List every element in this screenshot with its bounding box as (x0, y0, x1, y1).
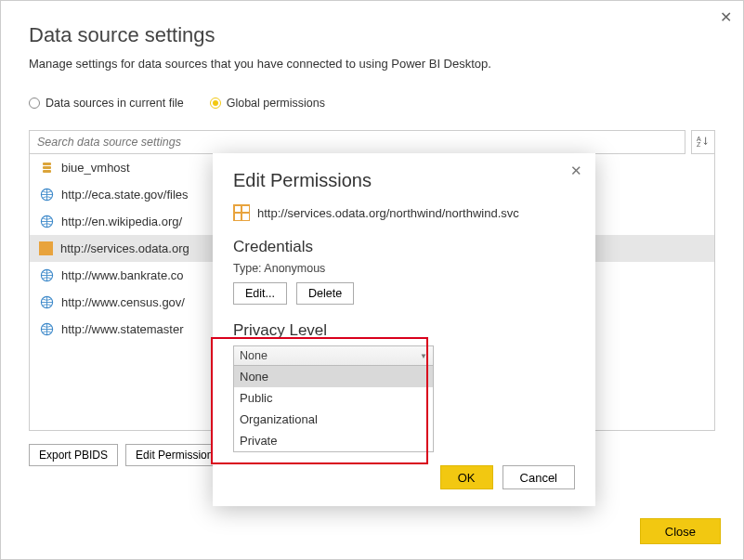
privacy-option-private[interactable]: Private (234, 430, 433, 451)
credentials-edit-button[interactable]: Edit... (233, 282, 287, 305)
privacy-option-public[interactable]: Public (234, 387, 433, 409)
radio-current-file[interactable]: Data sources in current file (29, 97, 184, 110)
modal-ok-button[interactable]: OK (440, 465, 493, 489)
globe-icon (39, 295, 54, 310)
credentials-delete-button[interactable]: Delete (296, 282, 354, 305)
database-icon (39, 161, 54, 176)
odata-icon (233, 204, 250, 221)
privacy-level-selected: None (240, 349, 268, 362)
sort-button[interactable]: AZ (691, 130, 715, 154)
odata-icon (39, 241, 53, 255)
list-item-label: http://services.odata.org (60, 241, 189, 255)
globe-icon (39, 322, 54, 337)
list-item-label: http://www.census.gov/ (61, 295, 185, 309)
list-item-label: http://en.wikipedia.org/ (61, 215, 182, 228)
search-input[interactable] (29, 130, 685, 154)
globe-icon (39, 188, 54, 202)
close-button[interactable]: Close (640, 518, 721, 544)
radio-dot-unselected (29, 98, 40, 109)
modal-source-url: http://services.odata.org/northwind/nort… (257, 206, 519, 220)
privacy-level-dropdown: None Public Organizational Private (233, 366, 434, 452)
privacy-option-none[interactable]: None (234, 366, 433, 387)
privacy-option-organizational[interactable]: Organizational (234, 409, 433, 430)
privacy-level-combo[interactable]: None ▼ (233, 345, 434, 366)
list-item-label: http://eca.state.gov/files (61, 188, 189, 202)
privacy-level-heading: Privacy Level (233, 321, 575, 340)
modal-title: Edit Permissions (233, 170, 575, 191)
modal-cancel-button[interactable]: Cancel (503, 465, 575, 489)
radio-global-label: Global permissions (227, 97, 325, 110)
list-item-label: http://www.bankrate.co (61, 268, 184, 282)
credentials-heading: Credentials (233, 238, 575, 256)
radio-dot-selected (210, 98, 221, 109)
radio-global-permissions[interactable]: Global permissions (210, 97, 325, 110)
window-close-icon[interactable]: ✕ (720, 8, 732, 26)
export-pbids-button[interactable]: Export PBIDS (29, 444, 118, 466)
modal-close-icon[interactable]: ✕ (570, 163, 582, 179)
credentials-type: Type: Anonymous (233, 262, 575, 275)
list-item-label: biue_vmhost (61, 161, 130, 175)
globe-icon (39, 215, 54, 229)
dialog-footer: Close (640, 518, 721, 544)
radio-current-file-label: Data sources in current file (46, 97, 184, 110)
list-item-label: http://www.statemaster (61, 322, 184, 336)
globe-icon (39, 268, 54, 283)
scope-radio-group: Data sources in current file Global perm… (29, 97, 715, 110)
chevron-down-icon: ▼ (420, 352, 427, 360)
sort-icon: AZ (697, 135, 710, 150)
dialog-title: Data source settings (29, 23, 715, 47)
modal-source-row: http://services.odata.org/northwind/nort… (233, 204, 575, 221)
edit-permissions-modal: ✕ Edit Permissions http://services.odata… (213, 153, 595, 506)
dialog-subtitle: Manage settings for data sources that yo… (29, 57, 715, 71)
svg-text:Z: Z (697, 141, 701, 148)
